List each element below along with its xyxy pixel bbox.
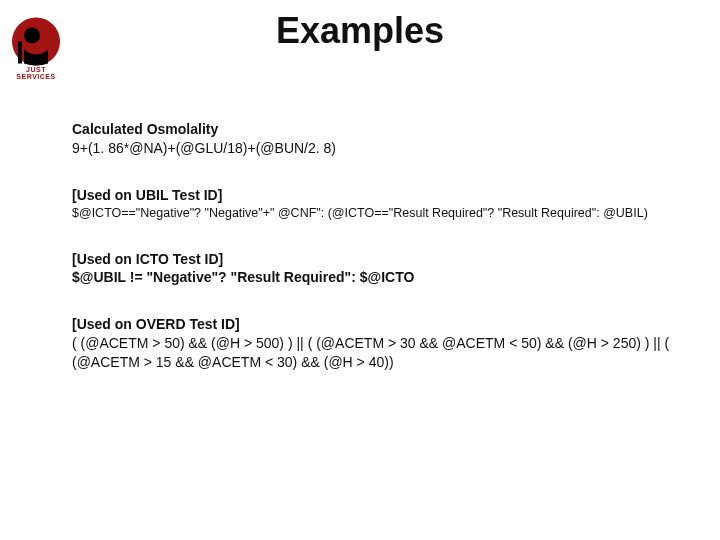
section-body: $@UBIL != "Negative"? "Result Required":… [72,268,680,287]
section-body: ( (@ACETM > 50) && (@H > 500) ) || ( (@A… [72,334,680,372]
section-body: $@ICTO=="Negative"? "Negative"+" @CNF": … [72,205,680,222]
page-title: Examples [0,10,720,52]
section-overd: [Used on OVERD Test ID] ( (@ACETM > 50) … [72,315,680,372]
logo-text-top: JUST [8,66,64,73]
section-heading: [Used on OVERD Test ID] [72,315,680,334]
content-area: Calculated Osmolality 9+(1. 86*@NA)+(@GL… [72,120,680,400]
section-icto: [Used on ICTO Test ID] $@UBIL != "Negati… [72,250,680,288]
section-heading: [Used on ICTO Test ID] [72,250,680,269]
section-ubil: [Used on UBIL Test ID] $@ICTO=="Negative… [72,186,680,222]
section-osmolality: Calculated Osmolality 9+(1. 86*@NA)+(@GL… [72,120,680,158]
logo-text: JUST SERVICES [8,66,64,80]
section-heading: Calculated Osmolality [72,120,680,139]
section-body: 9+(1. 86*@NA)+(@GLU/18)+(@BUN/2. 8) [72,139,680,158]
logo-text-bottom: SERVICES [8,73,64,80]
section-heading: [Used on UBIL Test ID] [72,186,680,205]
